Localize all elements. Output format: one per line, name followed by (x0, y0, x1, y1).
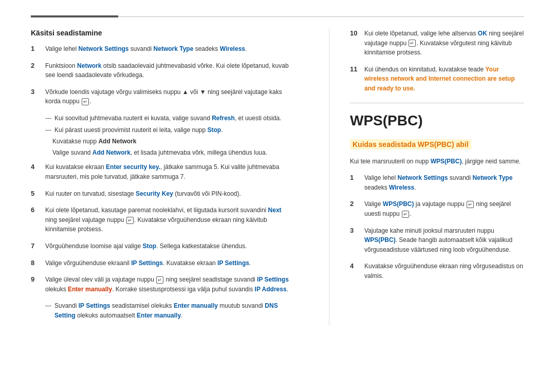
item-text: Kuvatakse võrguühenduse ekraan ning võrg… (364, 262, 524, 281)
keyword: Network Type (473, 174, 513, 181)
item-number: 3 (350, 226, 358, 234)
item-text: Valige WPS(PBC) ja vajutage nuppu ↵ ning… (364, 199, 524, 218)
list-item: 7 Võrguühenduse loomise ajal valige Stop… (31, 241, 293, 251)
dash-symbol: — (45, 301, 51, 320)
left-column: Käsitsi seadistamine 1 Valige lehel Netw… (31, 29, 303, 325)
item-text: Vajutage kahe minuti jooksul marsruuteri… (364, 226, 524, 255)
item-text: Kui olete lõpetanud, kasutage paremat no… (45, 206, 293, 234)
item-number: 5 (31, 189, 39, 197)
keyword: Network Settings (79, 45, 129, 52)
keyword: Wireless (220, 45, 245, 52)
list-item: 5 Kui ruuter on turvatud, sisestage Secu… (31, 189, 293, 199)
wps-section-title: Kuidas seadistada WPS(PBC) abil (350, 139, 471, 150)
dash-item: — Kui pärast uuesti proovimist ruuterit … (45, 125, 293, 135)
list-item: 1 Valige lehel Network Settings suvandi … (31, 44, 293, 54)
item-number: 1 (350, 173, 358, 181)
left-section-title: Käsitsi seadistamine (31, 29, 293, 37)
item-number: 4 (350, 262, 358, 270)
sub-item: Kuvatakse nupp Add Network (52, 137, 293, 146)
wps-title: WPS(PBC) (350, 113, 524, 129)
item-text: Võrguühenduse loomise ajal valige Stop. … (45, 241, 293, 251)
item-number: 2 (350, 199, 358, 208)
item-text: Kui olete lõpetanud, valige lehe allserv… (364, 29, 524, 58)
item-number: 4 (31, 162, 39, 171)
indent-block-2: — Suvandi IP Settings seadistamisel olek… (45, 301, 293, 320)
keyword: IP Address (255, 286, 287, 293)
item-number: 11 (350, 65, 358, 73)
list-item: 9 Valige üleval olev väli ja vajutage nu… (31, 275, 293, 294)
dash-symbol: — (45, 114, 51, 123)
item-number: 10 (350, 29, 358, 37)
item-text: Võrkude loendis vajutage võrgu valimisek… (45, 87, 293, 106)
keyword: Security Key (136, 190, 173, 197)
list-item: 4 Kuvatakse võrguühenduse ekraan ning võ… (350, 262, 524, 281)
keyword: Enter security key. (106, 163, 160, 171)
list-item: 2 Valige WPS(PBC) ja vajutage nuppu ↵ ni… (350, 199, 524, 218)
item-number: 1 (31, 44, 39, 52)
right-column: 10 Kui olete lõpetanud, valige lehe alls… (329, 29, 524, 325)
keyword: IP Settings (131, 259, 163, 267)
keyword: Refresh (212, 115, 235, 122)
keyword: Next (268, 207, 282, 214)
item-number: 8 (31, 258, 39, 267)
keyword: Enter manually (68, 286, 112, 293)
list-item: 11 Kui ühendus on kinnitatud, kuvatakse … (350, 65, 524, 94)
dash-item: — Kui soovitud juhtmevaba ruuterit ei ku… (45, 114, 293, 123)
item-text: Kui kuvatakse ekraan Enter security key.… (45, 162, 293, 181)
dash-symbol: — (45, 125, 51, 135)
item-number: 6 (31, 206, 39, 214)
keyword: Enter manually (174, 302, 218, 309)
list-item: 2 Funktsioon Network otsib saadaolevaid … (31, 61, 293, 80)
keyword: Network Settings (398, 174, 448, 181)
item-text: Kui ühendus on kinnitatud, kuvatakse tea… (364, 65, 524, 94)
keyword: Add Network (92, 149, 131, 156)
item-number: 9 (31, 275, 39, 283)
enter-icon: ↵ (82, 98, 89, 105)
item-text: Funktsioon Network otsib saadaolevaid ju… (45, 61, 293, 80)
enter-icon: ↵ (409, 40, 416, 47)
list-item: 3 Võrkude loendis vajutage võrgu valimis… (31, 87, 293, 106)
dash-text: Kui soovitud juhtmevaba ruuterit ei kuva… (54, 114, 282, 123)
list-item: 6 Kui olete lõpetanud, kasutage paremat … (31, 206, 293, 234)
list-item: 4 Kui kuvatakse ekraan Enter security ke… (31, 162, 293, 181)
keyword: Wireless (389, 184, 414, 191)
keyword: WPS(PBC) (383, 200, 414, 208)
keyword: IP Settings (257, 276, 289, 283)
item-text: Valige võrguühenduse ekraanil IP Setting… (45, 258, 293, 268)
item-text: Valige lehel Network Settings suvandi Ne… (364, 173, 524, 192)
item-text: Valige üleval olev väli ja vajutage nupp… (45, 275, 293, 294)
keyword: IP Settings (217, 259, 249, 267)
item-text: Valige lehel Network Settings suvandi Ne… (45, 44, 293, 54)
enter-icon: ↵ (467, 201, 474, 208)
keyword: WPS(PBC) (364, 236, 396, 244)
list-item: 10 Kui olete lõpetanud, valige lehe alls… (350, 29, 524, 58)
enter-icon: ↵ (126, 217, 134, 224)
dash-text: Kui pärast uuesti proovimist ruuterit ei… (54, 125, 223, 135)
keyword: IP Settings (79, 302, 110, 309)
item-text: Kui ruuter on turvatud, sisestage Securi… (45, 189, 293, 199)
list-item: 1 Valige lehel Network Settings suvandi … (350, 173, 524, 192)
section-divider (350, 103, 524, 103)
wps-section-title-container: Kuidas seadistada WPS(PBC) abil (350, 139, 524, 150)
list-item: 3 Vajutage kahe minuti jooksul marsruute… (350, 226, 524, 255)
indent-block: — Kui soovitud juhtmevaba ruuterit ei ku… (45, 114, 293, 157)
keyword: Network (77, 62, 101, 69)
dash-text: Suvandi IP Settings seadistamisel olekuk… (54, 301, 293, 320)
enter-icon: ↵ (156, 276, 163, 284)
keyword: Your wireless network and Internet conne… (364, 66, 515, 92)
item-number: 7 (31, 241, 39, 250)
keyword: OK (478, 30, 487, 37)
item-number: 2 (31, 61, 39, 69)
sub-item: Valige suvand Add Network, et lisada juh… (52, 148, 293, 158)
wps-intro: Kui teie marsruuteril on nupp WPS(PBC), … (350, 157, 524, 166)
keyword: Add Network (98, 138, 136, 145)
keyword: WPS(PBC) (431, 158, 462, 165)
enter-icon: ↵ (402, 211, 409, 218)
item-number: 3 (31, 87, 39, 96)
keyword: Enter manually (137, 312, 181, 319)
dash-item: — Suvandi IP Settings seadistamisel olek… (45, 301, 293, 320)
list-item: 8 Valige võrguühenduse ekraanil IP Setti… (31, 258, 293, 268)
keyword: Stop (142, 242, 156, 250)
keyword: Network Type (154, 45, 194, 52)
keyword: Stop (208, 126, 221, 134)
